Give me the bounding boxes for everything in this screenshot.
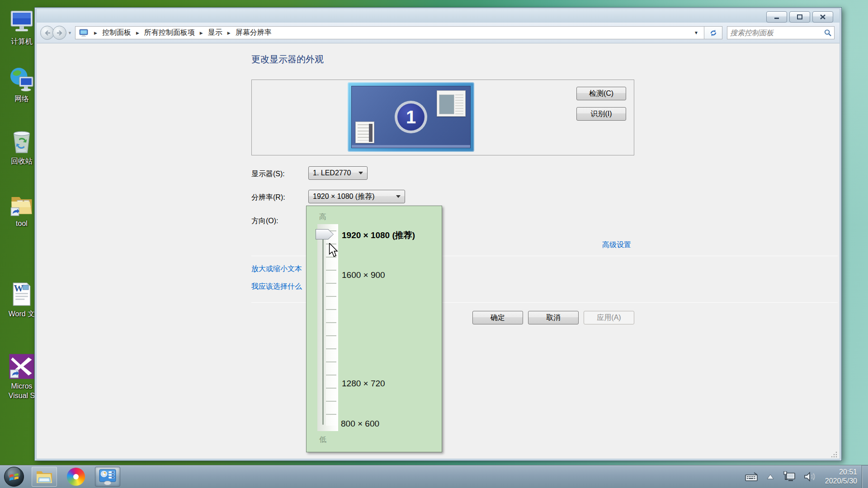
- back-icon: [44, 30, 51, 36]
- explorer-icon: [35, 469, 53, 485]
- address-dropdown-icon[interactable]: ▼: [690, 30, 702, 35]
- browser-icon: [67, 468, 85, 486]
- minimize-icon: [774, 15, 779, 19]
- keyboard-icon: [745, 472, 759, 481]
- screen-resolution-window: ▼ ▶ 控制面板 ▶ 所有控制面板项 ▶ 显示 ▶ 屏幕分辨率: [34, 7, 842, 461]
- minimize-button[interactable]: [766, 11, 787, 23]
- clock-time: 20:51: [825, 468, 857, 477]
- caption-buttons: [766, 11, 833, 23]
- detect-button[interactable]: 检测(C): [576, 87, 626, 100]
- refresh-button[interactable]: [704, 26, 722, 39]
- resize-grip[interactable]: [831, 451, 838, 457]
- slider-ticks: [326, 230, 336, 426]
- clock-date: 2020/5/30: [825, 477, 857, 486]
- identify-button[interactable]: 识别(I): [576, 107, 626, 121]
- refresh-icon: [709, 29, 717, 37]
- monitor-screen: 1: [351, 86, 471, 148]
- breadcrumb-display[interactable]: 显示: [207, 27, 223, 38]
- mock-taskbar-graphic: [352, 145, 470, 148]
- taskbar-explorer-button[interactable]: [32, 467, 57, 487]
- visual-studio-icon: [8, 353, 35, 380]
- resize-text-link[interactable]: 放大或缩小文本: [251, 264, 302, 274]
- chevron-down-icon: [359, 172, 363, 174]
- resolution-select[interactable]: 868 × 488 (推荐): [308, 190, 405, 203]
- recycle-bin-icon: [8, 128, 35, 155]
- maximize-icon: [797, 14, 802, 19]
- taskbar-clock[interactable]: 20:51 2020/5/30: [825, 468, 857, 486]
- monitor-number-badge: 1: [395, 101, 427, 133]
- volume-icon: [804, 471, 816, 482]
- show-hidden-icons-button[interactable]: [767, 474, 774, 479]
- advanced-settings-link[interactable]: 高级设置: [602, 240, 631, 250]
- high-label: 高: [319, 212, 326, 222]
- breadcrumb-separator-icon: ▶: [223, 31, 235, 35]
- computer-icon: [8, 8, 35, 35]
- display-select-value: 1. LED2770: [313, 169, 354, 177]
- taskbar: 20:51 2020/5/30: [0, 465, 868, 488]
- resolution-option-868x488[interactable]: 868 × 488 (推荐): [342, 230, 415, 241]
- orientation-label: 方向(O):: [251, 216, 278, 226]
- mock-window-graphic: [437, 90, 466, 117]
- titlebar[interactable]: [37, 9, 840, 23]
- monitor-preview[interactable]: 1: [348, 82, 474, 152]
- address-bar[interactable]: ▶ 控制面板 ▶ 所有控制面板项 ▶ 显示 ▶ 屏幕分辨率 ▼: [75, 26, 704, 39]
- breadcrumb-separator-icon: ▶: [132, 31, 143, 35]
- content-area: 更改显示器的外观 1 检测(C) 识别(I): [37, 43, 840, 459]
- system-tray: 20:51 2020/5/30: [741, 465, 868, 488]
- cancel-button[interactable]: 取消: [528, 311, 579, 324]
- display-label: 显示器(S):: [251, 169, 285, 179]
- taskbar-screen-resolution-button[interactable]: [95, 467, 120, 487]
- search-box[interactable]: [727, 26, 835, 39]
- display-monitor-icon: [79, 29, 88, 37]
- close-icon: [820, 14, 826, 19]
- breadcrumb-screen-resolution[interactable]: 屏幕分辨率: [235, 27, 273, 38]
- maximize-button[interactable]: [789, 11, 810, 23]
- display-select[interactable]: 1. LED2770: [308, 166, 368, 180]
- display-settings-icon: [98, 468, 117, 485]
- svg-text:W: W: [14, 283, 24, 294]
- word-icon: W: [8, 281, 35, 308]
- low-label: 低: [319, 435, 326, 445]
- mouse-cursor-icon: [328, 243, 338, 258]
- resolution-label: 分辨率(R):: [251, 193, 285, 202]
- chevron-down-icon: [396, 195, 401, 198]
- resolution-option-1280x720[interactable]: 1280 × 720: [342, 379, 385, 389]
- close-button[interactable]: [812, 11, 833, 23]
- input-method-button[interactable]: [745, 472, 759, 481]
- network-tray-icon: [782, 471, 796, 482]
- resolution-select-value: 868 × 488 (推荐): [313, 192, 392, 202]
- start-button[interactable]: [3, 466, 25, 488]
- navigation-bar: ▼ ▶ 控制面板 ▶ 所有控制面板项 ▶ 显示 ▶ 屏幕分辨率: [37, 23, 840, 43]
- resolution-option-800x600[interactable]: 800 × 600: [341, 419, 379, 429]
- search-icon: [824, 29, 831, 37]
- volume-button[interactable]: [804, 471, 816, 482]
- monitor-preview-box: 1 检测(C) 识别(I): [251, 80, 634, 155]
- monitor-number: 1: [397, 103, 425, 131]
- breadcrumb-all-items[interactable]: 所有控制面板项: [143, 27, 196, 38]
- resolution-option-1600x900[interactable]: 1600 × 900: [342, 270, 385, 280]
- breadcrumb-separator-icon: ▶: [196, 31, 207, 35]
- breadcrumb-separator-icon: ▶: [90, 31, 101, 35]
- what-to-choose-link[interactable]: 我应该选择什么: [251, 282, 302, 291]
- page-title: 更改显示器的外观: [251, 53, 324, 66]
- show-desktop-button[interactable]: [862, 465, 868, 488]
- network-icon: [8, 66, 35, 93]
- taskbar-browser-button[interactable]: [63, 467, 89, 487]
- resolution-dropdown-panel: 高 868 × 488 (推荐) 1600 × 900 1280 × 720…: [306, 206, 442, 452]
- forward-icon: [57, 30, 63, 36]
- forward-button[interactable]: [52, 26, 66, 40]
- slider-track[interactable]: [322, 231, 324, 425]
- apply-button[interactable]: 应用(A): [584, 311, 634, 324]
- desktop: 计算机 网络 回收站: [0, 0, 868, 488]
- breadcrumb-control-panel[interactable]: 控制面板: [101, 27, 132, 38]
- history-chevron-icon[interactable]: ▼: [68, 31, 72, 35]
- search-input[interactable]: [730, 29, 824, 37]
- breadcrumb: ▶ 控制面板 ▶ 所有控制面板项 ▶ 显示 ▶ 屏幕分辨率: [90, 27, 690, 38]
- start-orb-icon: [4, 466, 24, 487]
- ok-button[interactable]: 确定: [472, 311, 523, 324]
- tray-expand-icon: [767, 474, 774, 479]
- folder-icon: [8, 190, 35, 217]
- mock-list-graphic: [355, 122, 374, 143]
- network-tray-button[interactable]: [782, 471, 796, 482]
